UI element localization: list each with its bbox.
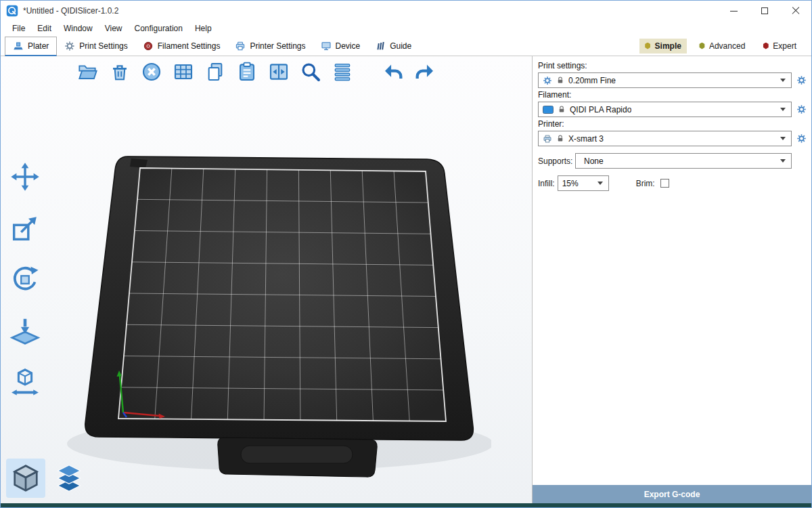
viewport-toolbar xyxy=(76,60,436,83)
menu-window[interactable]: Window xyxy=(58,22,99,35)
cube-width-icon xyxy=(9,367,41,398)
chevron-down-icon xyxy=(597,182,603,185)
redo-button[interactable] xyxy=(413,60,436,83)
mode-simple[interactable]: Simple xyxy=(639,39,687,54)
paste-button[interactable] xyxy=(235,60,258,83)
tab-plater[interactable]: Plater xyxy=(5,37,57,56)
mode-expert[interactable]: Expert xyxy=(757,39,802,54)
rotate-gizmo-button[interactable] xyxy=(7,262,43,297)
gizmo-toolbar xyxy=(7,159,43,400)
mode-switcher: Simple Advanced Expert xyxy=(639,39,807,54)
printer-value: X-smart 3 xyxy=(568,134,604,144)
undo-arrow-icon xyxy=(382,61,404,83)
settings-sidebar: Print settings: 0.20mm Fine Filament: xyxy=(533,56,811,503)
move-arrows-icon xyxy=(9,161,41,192)
delete-button[interactable] xyxy=(108,60,131,83)
maximize-button[interactable] xyxy=(749,1,780,21)
print-bed xyxy=(58,137,491,490)
arrange-button[interactable] xyxy=(172,60,195,83)
printer-label: Printer: xyxy=(538,119,807,129)
filament-spool-icon xyxy=(143,41,154,51)
print-settings-label: Print settings: xyxy=(538,61,807,70)
lock-icon xyxy=(556,134,564,143)
paste-icon xyxy=(236,61,258,83)
menu-view[interactable]: View xyxy=(99,22,129,35)
search-button[interactable] xyxy=(299,60,322,83)
copy-button[interactable] xyxy=(204,60,227,83)
supports-label: Supports: xyxy=(538,156,575,166)
menubar: File Edit Window View Configuration Help xyxy=(1,21,811,36)
titlebar: *Untitled - QIDISlicer-1.0.2 xyxy=(1,1,811,21)
menu-configuration[interactable]: Configuration xyxy=(129,22,189,35)
tab-label: Filament Settings xyxy=(158,41,221,51)
tabbar: Plater Print Settings Filament Settings … xyxy=(1,36,811,56)
undo-button[interactable] xyxy=(382,60,405,83)
mode-label: Expert xyxy=(773,41,796,51)
menu-file[interactable]: File xyxy=(6,22,31,35)
circle-x-icon xyxy=(141,61,162,83)
cube-3d-icon xyxy=(10,463,41,494)
export-gcode-button[interactable]: Export G-code xyxy=(533,485,811,503)
scale-to-fit-button[interactable] xyxy=(7,365,43,400)
arrange-grid-icon xyxy=(173,61,194,83)
open-project-button[interactable] xyxy=(76,60,99,83)
place-on-face-button[interactable] xyxy=(7,314,43,349)
tab-device[interactable]: Device xyxy=(313,37,368,56)
filament-label: Filament: xyxy=(538,90,807,100)
filament-combo[interactable]: QIDI PLA Rapido xyxy=(538,102,792,117)
rotate-circular-icon xyxy=(9,264,41,295)
mode-advanced[interactable]: Advanced xyxy=(694,39,750,54)
printer-gear-button[interactable] xyxy=(795,132,807,146)
printer-combo[interactable]: X-smart 3 xyxy=(538,131,792,146)
tab-label: Plater xyxy=(28,41,49,51)
mode-dot-icon xyxy=(763,43,769,49)
chevron-down-icon xyxy=(780,108,786,111)
view-3d-editor-button[interactable] xyxy=(6,459,45,498)
gear-icon xyxy=(796,75,807,85)
tab-label: Device xyxy=(336,41,361,51)
view-preview-button[interactable] xyxy=(49,459,89,498)
close-button[interactable] xyxy=(780,1,811,21)
print-settings-gear-button[interactable] xyxy=(795,74,807,87)
infill-value: 15% xyxy=(562,179,579,188)
tab-guide[interactable]: Guide xyxy=(367,37,419,56)
printer-icon xyxy=(543,134,552,144)
infill-label: Infill: xyxy=(538,179,555,188)
supports-value: None xyxy=(584,156,604,166)
supports-combo[interactable]: None xyxy=(575,153,792,169)
open-folder-icon xyxy=(77,61,99,83)
window-controls xyxy=(718,1,811,21)
print-settings-combo[interactable]: 0.20mm Fine xyxy=(538,72,792,88)
mode-dot-icon xyxy=(699,43,705,49)
lock-icon xyxy=(558,105,566,114)
print-settings-gear-icon xyxy=(64,41,75,51)
delete-all-button[interactable] xyxy=(140,60,163,83)
tab-printer-settings[interactable]: Printer Settings xyxy=(227,37,313,56)
menu-edit[interactable]: Edit xyxy=(31,22,58,35)
infill-combo[interactable]: 15% xyxy=(558,175,609,191)
scale-gizmo-button[interactable] xyxy=(7,211,43,246)
plater-icon xyxy=(13,41,24,51)
tab-label: Print Settings xyxy=(79,41,127,51)
split-window-icon xyxy=(268,61,290,83)
app-window: *Untitled - QIDISlicer-1.0.2 File Edit W… xyxy=(0,0,812,508)
window-title: *Untitled - QIDISlicer-1.0.2 xyxy=(23,6,118,16)
tab-print-settings[interactable]: Print Settings xyxy=(57,37,135,56)
minimize-button[interactable] xyxy=(718,1,749,21)
variable-layer-height-button[interactable] xyxy=(331,60,354,83)
move-gizmo-button[interactable] xyxy=(7,159,43,194)
gear-icon xyxy=(543,76,552,85)
guide-icon xyxy=(375,41,386,51)
menu-help[interactable]: Help xyxy=(189,22,218,35)
filament-gear-button[interactable] xyxy=(795,103,807,117)
brim-label: Brim: xyxy=(636,179,655,188)
minimize-icon xyxy=(730,11,738,12)
status-bar xyxy=(1,503,811,507)
split-objects-button[interactable] xyxy=(267,60,290,83)
chevron-down-icon xyxy=(780,159,786,163)
close-icon xyxy=(792,7,800,15)
tab-filament-settings[interactable]: Filament Settings xyxy=(135,37,228,56)
copy-icon xyxy=(204,61,226,83)
brim-checkbox[interactable] xyxy=(660,179,669,188)
3d-viewport[interactable] xyxy=(1,56,533,503)
